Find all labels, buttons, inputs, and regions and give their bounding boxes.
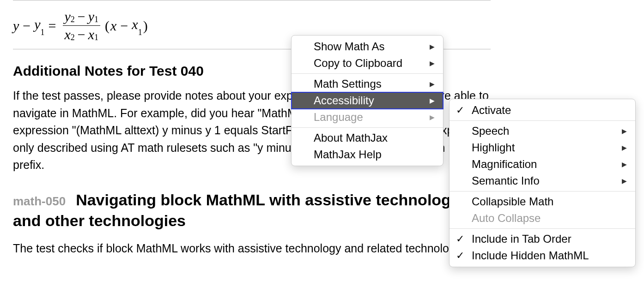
check-icon: ✓ — [456, 250, 464, 262]
fraction: y2 − y1 x2 − x1 — [63, 9, 101, 42]
test-body: The test checks if block MathML works wi… — [13, 240, 491, 257]
menu-item-label: Highlight — [472, 141, 614, 154]
check-icon: ✓ — [456, 233, 464, 245]
mathjax-context-menu[interactable]: Show Math As▶Copy to Clipboard▶Math Sett… — [291, 35, 444, 166]
submenu-item-include-in-tab-order[interactable]: ✓Include in Tab Order — [450, 231, 635, 247]
submenu-arrow-icon: ▶ — [430, 97, 435, 104]
paren-left: ( — [104, 18, 109, 34]
submenu-item-speech[interactable]: Speech▶ — [450, 123, 635, 139]
menu-item-label: Activate — [472, 104, 627, 117]
menu-item-label: Include in Tab Order — [472, 233, 627, 245]
fraction-numerator: y2 − y1 — [63, 9, 101, 24]
menu-separator — [450, 120, 635, 121]
submenu-arrow-icon: ▶ — [430, 114, 435, 121]
submenu-arrow-icon: ▶ — [622, 161, 627, 168]
menu-item-math-settings[interactable]: Math Settings▶ — [292, 76, 443, 92]
menu-item-language: Language▶ — [292, 109, 443, 126]
submenu-arrow-icon: ▶ — [430, 80, 435, 88]
menu-separator — [450, 228, 635, 229]
menu-item-show-math-as[interactable]: Show Math As▶ — [292, 38, 443, 55]
check-icon: ✓ — [456, 104, 464, 116]
submenu-item-activate[interactable]: ✓Activate — [450, 102, 635, 119]
op-equals: = — [46, 18, 59, 34]
submenu-arrow-icon: ▶ — [622, 127, 627, 135]
test-heading: math-050Navigating block MathML with ass… — [13, 190, 491, 232]
menu-item-copy-to-clipboard[interactable]: Copy to Clipboard▶ — [292, 55, 443, 72]
var-y: y — [13, 18, 19, 34]
menu-item-label: Copy to Clipboard — [314, 57, 421, 70]
submenu-item-auto-collapse: Auto Collapse — [450, 210, 635, 227]
submenu-arrow-icon: ▶ — [430, 60, 435, 67]
menu-item-label: Language — [314, 111, 421, 124]
op-minus-rhs: − — [117, 18, 131, 34]
fraction-bar — [63, 25, 101, 26]
menu-item-label: Collapsible Math — [472, 195, 627, 208]
test-title: Navigating block MathML with assistive t… — [13, 191, 460, 230]
op-minus: − — [20, 18, 33, 34]
paren-right: ) — [143, 18, 149, 34]
submenu-item-collapsible-math[interactable]: Collapsible Math — [450, 193, 635, 210]
test-id: math-050 — [13, 194, 66, 208]
submenu-item-magnification[interactable]: Magnification▶ — [450, 156, 635, 173]
submenu-arrow-icon: ▶ — [430, 43, 435, 50]
accessibility-submenu[interactable]: ✓ActivateSpeech▶Highlight▶Magnification▶… — [449, 99, 636, 267]
menu-item-about-mathjax[interactable]: About MathJax — [292, 130, 443, 146]
menu-separator — [292, 127, 443, 128]
menu-item-label: MathJax Help — [314, 148, 435, 161]
menu-item-label: Auto Collapse — [472, 212, 627, 225]
menu-item-label: Speech — [472, 125, 614, 138]
var-x: x — [110, 18, 116, 34]
menu-item-label: Math Settings — [314, 78, 421, 90]
submenu-item-include-hidden-mathml[interactable]: ✓Include Hidden MathML — [450, 247, 635, 264]
var-x1: x1 — [132, 17, 142, 35]
menu-item-mathjax-help[interactable]: MathJax Help — [292, 146, 443, 163]
fraction-denominator: x2 − x1 — [63, 27, 101, 42]
menu-item-label: Magnification — [472, 158, 614, 171]
submenu-item-highlight[interactable]: Highlight▶ — [450, 139, 635, 156]
menu-item-label: Accessibility — [314, 94, 421, 107]
menu-separator — [292, 73, 443, 74]
submenu-arrow-icon: ▶ — [622, 177, 627, 185]
menu-item-label: Include Hidden MathML — [472, 249, 627, 262]
menu-item-label: Semantic Info — [472, 174, 614, 187]
menu-item-accessibility[interactable]: Accessibility▶ — [292, 92, 443, 109]
menu-item-label: Show Math As — [314, 40, 421, 53]
var-y1: y1 — [34, 17, 44, 35]
menu-item-label: About MathJax — [314, 132, 435, 144]
submenu-item-semantic-info[interactable]: Semantic Info▶ — [450, 173, 635, 189]
submenu-arrow-icon: ▶ — [622, 144, 627, 151]
menu-separator — [450, 191, 635, 191]
